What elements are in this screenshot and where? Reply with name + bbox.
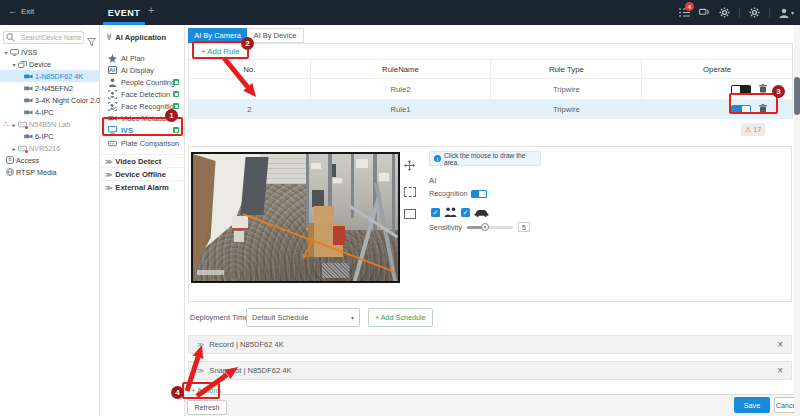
- user-menu[interactable]: ▾: [779, 8, 794, 18]
- footer-bar: [185, 394, 800, 416]
- menu-item-label: People Counting: [121, 78, 175, 87]
- cell-ruletype: Tripwire: [490, 79, 641, 99]
- record-link-label: Record | N85DF62 4K: [209, 340, 284, 349]
- sensitivity-slider[interactable]: [467, 226, 513, 229]
- tree-item-camera-1[interactable]: 1-N85DF62 4K: [0, 70, 100, 82]
- annotation-step-4: 4: [171, 386, 184, 399]
- chevron-expanded-icon: ≫: [105, 33, 113, 40]
- access-icon: [6, 156, 14, 164]
- tree-item-nvr5216[interactable]: ▸ NVR5216: [0, 142, 100, 154]
- chevron-collapsed-icon: ≫: [197, 367, 204, 375]
- enabled-badge: [173, 79, 179, 85]
- table-row[interactable]: 1 Rule2 Tripwire: [189, 79, 792, 99]
- tree-item-access[interactable]: Access: [0, 154, 100, 166]
- camera-icon: [24, 85, 33, 92]
- caret-right-icon[interactable]: ▸: [10, 145, 18, 152]
- tree-item-nvr-lab[interactable]: ⚠ ▸ N54B5N Lab: [0, 118, 100, 130]
- menu-item-face-detection[interactable]: Face Detection: [100, 88, 185, 100]
- scrollbar-thumb[interactable]: [794, 77, 800, 115]
- menu-item-ai-plan[interactable]: AI Plan: [100, 52, 185, 64]
- section-video-detect[interactable]: ≫ Video Detect: [100, 154, 185, 168]
- warning-icon: ⚠: [745, 125, 751, 134]
- draw-rect-tool-icon[interactable]: [403, 207, 416, 220]
- close-icon[interactable]: ×: [777, 340, 783, 350]
- tree-item-label: Device: [29, 60, 51, 69]
- exit-button[interactable]: ← Exit: [8, 6, 34, 16]
- sensitivity-label: Sensitivity: [429, 223, 462, 232]
- save-button[interactable]: Save: [734, 397, 770, 413]
- camera-preview[interactable]: [191, 152, 400, 283]
- menu-item-people-counting[interactable]: People Counting: [100, 76, 185, 88]
- human-filter-icon: [444, 203, 457, 221]
- cell-no: 1: [189, 85, 310, 94]
- chevron-collapsed-icon: ≫: [105, 184, 112, 192]
- menu-item-label: AI Plan: [121, 54, 145, 63]
- alarm-count-badge[interactable]: ⚠ 17: [741, 123, 765, 136]
- main-content: AI By Camera AI By Device + Add Rule No.…: [185, 25, 800, 416]
- nvr-icon: [18, 145, 27, 152]
- section-device-offline[interactable]: ≫ Device Offline: [100, 167, 185, 181]
- sensitivity-value[interactable]: 5: [518, 222, 530, 232]
- human-checkbox[interactable]: ✓: [431, 208, 440, 217]
- tree-item-camera-2[interactable]: 2-N45EFN2: [0, 82, 100, 94]
- chevron-collapsed-icon: ≫: [197, 341, 204, 349]
- tripwire-line[interactable]: [193, 154, 398, 281]
- draw-hint-text: Click the mouse to draw the area.: [444, 152, 536, 166]
- tree-item-device-group[interactable]: ▾ Device: [0, 58, 100, 70]
- alarm-broadcast-icon[interactable]: [699, 8, 710, 17]
- maintenance-icon[interactable]: [749, 7, 760, 18]
- table-row-selected[interactable]: 2 Rule1 Tripwire: [189, 99, 792, 119]
- chevron-collapsed-icon: ≫: [105, 158, 112, 166]
- ai-menu-panel: ≫ AI Application AI Plan AI AI Display P…: [100, 25, 185, 416]
- tree-item-camera-4[interactable]: 4-IPC: [0, 106, 100, 118]
- ai-display-icon: AI: [107, 66, 117, 74]
- tree-item-label: RTSP Media: [16, 168, 56, 177]
- section-label: Device Offline: [115, 170, 166, 179]
- tree-item-rtsp-media[interactable]: RTSP Media: [0, 166, 100, 178]
- snapshot-link-bar[interactable]: ≫ Snapshot | N85DF62 4K ×: [188, 361, 792, 380]
- face-recognition-icon: [107, 102, 117, 111]
- caret-down-icon[interactable]: ▾: [2, 49, 10, 56]
- slider-thumb[interactable]: [481, 223, 489, 231]
- exit-label: Exit: [21, 7, 34, 16]
- tree-item-camera-3[interactable]: 3-4K Night Color 2.0: [0, 94, 100, 106]
- search-input[interactable]: [19, 33, 83, 42]
- add-tab-button[interactable]: +: [148, 4, 154, 16]
- tree-item-label: 1-N85DF62 4K: [35, 72, 83, 81]
- tree-item-camera-6[interactable]: 6-IPC: [0, 130, 100, 142]
- tree-item-label: 4-IPC: [35, 108, 53, 117]
- caret-right-icon[interactable]: ▸: [10, 121, 18, 128]
- close-icon[interactable]: ×: [777, 366, 783, 376]
- tab-ai-by-device[interactable]: AI By Device: [247, 28, 304, 43]
- task-badge: 4: [685, 2, 694, 11]
- draw-area-tool-icon[interactable]: [403, 185, 416, 198]
- task-center-icon[interactable]: 4: [679, 8, 690, 17]
- refresh-button[interactable]: Refresh: [187, 400, 227, 415]
- recognition-toggle[interactable]: [471, 190, 487, 198]
- caret-down-icon[interactable]: ▾: [10, 61, 18, 68]
- caret-down-icon: ▾: [351, 314, 354, 321]
- schedule-select[interactable]: Default Schedule ▾: [246, 308, 360, 327]
- cell-no: 2: [189, 105, 310, 114]
- menu-item-label: Face Detection: [121, 90, 170, 99]
- add-rule-button[interactable]: + Add Rule: [189, 44, 792, 60]
- record-link-bar[interactable]: ≫ Record | N85DF62 4K ×: [188, 335, 792, 354]
- add-schedule-button[interactable]: + Add Schedule: [368, 308, 433, 327]
- vehicle-checkbox[interactable]: ✓: [461, 208, 470, 217]
- globe-icon: [6, 168, 14, 176]
- devices-icon: [18, 61, 27, 68]
- move-tool-icon[interactable]: [403, 159, 416, 172]
- divider: [739, 8, 740, 18]
- tree-item-ivss[interactable]: ▾ IVSS: [0, 46, 100, 58]
- warning-icon: ⚠: [2, 120, 10, 128]
- table-header: No. RuleName Rule Type Operate: [189, 60, 792, 79]
- section-external-alarm[interactable]: ≫ External Alarm: [100, 180, 185, 194]
- section-ai-application[interactable]: ≫ AI Application: [100, 30, 185, 44]
- menu-item-ai-display[interactable]: AI AI Display: [100, 64, 185, 76]
- alarm-count: 17: [753, 125, 761, 134]
- settings-icon[interactable]: [719, 7, 730, 18]
- recognition-label: Recognition: [429, 189, 468, 198]
- device-search[interactable]: [3, 31, 84, 44]
- menu-item-plate-comparison[interactable]: Plate Comparison: [100, 137, 185, 149]
- ivss-event-window: ← Exit EVENT + 4 ▾: [0, 0, 800, 416]
